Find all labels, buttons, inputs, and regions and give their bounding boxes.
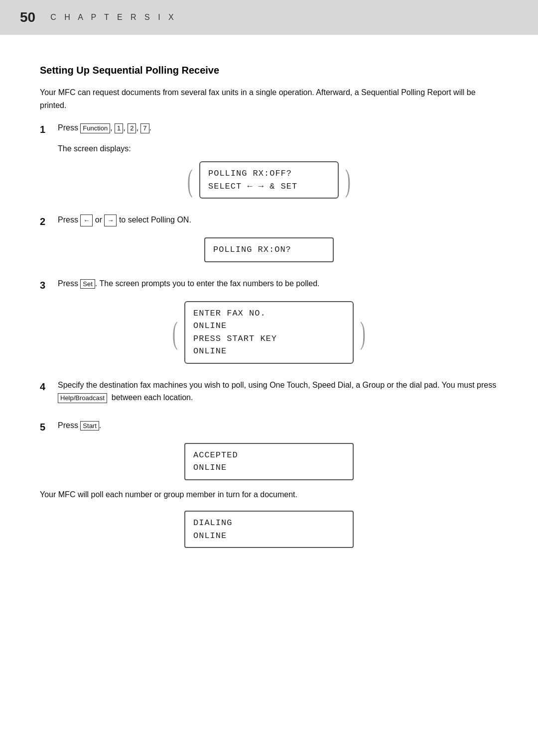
lcd-bracket-wrap-1: ( POLLING RX:OFF? SELECT ← → & SET ) xyxy=(199,161,339,199)
step-1: 1 Press Function, 1, 2, 7. xyxy=(40,121,498,137)
lcd-box-1: POLLING RX:OFF? SELECT ← → & SET xyxy=(199,161,339,199)
page-number: 50 xyxy=(20,9,35,25)
lcd-display-3: ( ENTER FAX NO. ONLINE PRESS START KEY O… xyxy=(40,301,498,364)
bracket-right-1: ) xyxy=(345,164,351,196)
step-4-number: 4 xyxy=(40,379,58,395)
page-header: 50 C H A P T E R S I X xyxy=(0,0,538,35)
step-2: 2 Press ← or → to select Polling ON. xyxy=(40,214,498,229)
step-5: 5 Press Start. xyxy=(40,419,498,435)
screen-displays-label: The screen displays: xyxy=(58,144,498,153)
page: 50 C H A P T E R S I X Setting Up Sequen… xyxy=(0,0,538,756)
bracket-left-3: ( xyxy=(172,317,178,348)
step-3-block: 3 Press Set. The screen prompts you to e… xyxy=(40,277,498,364)
key-1: 1 xyxy=(115,123,123,133)
step-2-number: 2 xyxy=(40,214,58,229)
step-1-number: 1 xyxy=(40,121,58,137)
lcd-display-1: ( POLLING RX:OFF? SELECT ← → & SET ) xyxy=(40,161,498,199)
lcd-box-3: ENTER FAX NO. ONLINE PRESS START KEY ONL… xyxy=(184,301,354,364)
lcd-line-2-1: POLLING RX:ON? xyxy=(213,243,325,256)
step-3-number: 3 xyxy=(40,277,58,293)
lcd-line-5a-2: ONLINE xyxy=(193,461,345,474)
key-2: 2 xyxy=(128,123,136,133)
lcd-line-3-2: ONLINE xyxy=(193,320,345,332)
lcd-box-5b: DIALING ONLINE xyxy=(184,511,354,548)
lcd-box-5a: ACCEPTED ONLINE xyxy=(184,443,354,480)
section-title: Setting Up Sequential Polling Receive xyxy=(40,65,498,76)
step-5-after-text: Your MFC will poll each number or group … xyxy=(40,488,498,501)
key-start: Start xyxy=(80,421,99,431)
lcd-box-2: POLLING RX:ON? xyxy=(204,237,334,262)
step-5-content: Press Start. xyxy=(58,419,498,432)
intro-paragraph: Your MFC can request documents from seve… xyxy=(40,86,498,111)
step-1-content: Press Function, 1, 2, 7. xyxy=(58,121,498,134)
step-2-block: 2 Press ← or → to select Polling ON. POL… xyxy=(40,214,498,262)
step-1-block: 1 Press Function, 1, 2, 7. The screen di… xyxy=(40,121,498,199)
page-content: Setting Up Sequential Polling Receive Yo… xyxy=(0,35,538,593)
bracket-left-1: ( xyxy=(187,164,193,196)
lcd-bracket-wrap-3: ( ENTER FAX NO. ONLINE PRESS START KEY O… xyxy=(184,301,354,364)
lcd-display-2: POLLING RX:ON? xyxy=(40,237,498,262)
lcd-display-5b: DIALING ONLINE xyxy=(40,511,498,548)
step-5-number: 5 xyxy=(40,419,58,435)
key-arrow-left: ← xyxy=(80,215,93,227)
lcd-line-3-3: PRESS START KEY xyxy=(193,332,345,345)
lcd-line-5b-2: ONLINE xyxy=(193,530,345,542)
step-4: 4 Specify the destination fax machines y… xyxy=(40,379,498,404)
key-arrow-right: → xyxy=(104,215,117,227)
lcd-line-5a-1: ACCEPTED xyxy=(193,449,345,462)
lcd-line-3-4: ONLINE xyxy=(193,345,345,358)
lcd-line-1-1: POLLING RX:OFF? xyxy=(208,167,330,180)
key-help-broadcast: Help/Broadcast xyxy=(58,393,107,403)
step-3-content: Press Set. The screen prompts you to ent… xyxy=(58,277,498,290)
lcd-line-3-1: ENTER FAX NO. xyxy=(193,307,345,320)
step-3: 3 Press Set. The screen prompts you to e… xyxy=(40,277,498,293)
lcd-line-1-2: SELECT ← → & SET xyxy=(208,180,330,193)
key-function: Function xyxy=(80,123,110,133)
step-2-content: Press ← or → to select Polling ON. xyxy=(58,214,498,226)
key-7: 7 xyxy=(140,123,149,133)
chapter-label: C H A P T E R S I X xyxy=(50,13,177,22)
step-4-content: Specify the destination fax machines you… xyxy=(58,379,498,404)
key-set: Set xyxy=(80,279,95,289)
bracket-right-3: ) xyxy=(360,317,366,348)
lcd-line-5b-1: DIALING xyxy=(193,517,345,530)
lcd-display-5a: ACCEPTED ONLINE xyxy=(40,443,498,480)
step-4-block: 4 Specify the destination fax machines y… xyxy=(40,379,498,404)
step-5-block: 5 Press Start. ACCEPTED ONLINE Your MFC … xyxy=(40,419,498,548)
